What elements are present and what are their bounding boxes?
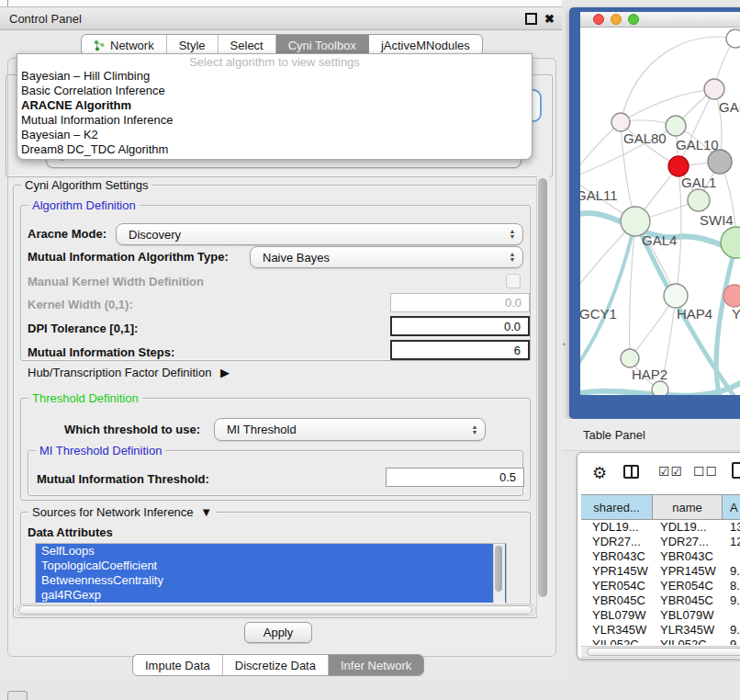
gear-icon[interactable]: ⚙ [592, 463, 607, 483]
attribute-item[interactable]: BetweennessCentrality [36, 573, 506, 588]
attribute-item[interactable]: SelfLoops [36, 544, 506, 559]
table-cell[interactable]: YDL19... [660, 520, 707, 534]
tab-infer-network[interactable]: Infer Network [329, 655, 423, 675]
mi-threshold-field[interactable]: 0.5 [386, 468, 524, 487]
table-cell[interactable]: YBR043C [660, 549, 713, 563]
algorithm-option-highlighted[interactable]: ARACNE Algorithm [17, 98, 532, 113]
dpi-tolerance-field[interactable]: 0.0 [390, 316, 530, 336]
table-cell[interactable]: YPR145W [660, 564, 716, 578]
which-threshold-value: MI Threshold [215, 423, 465, 436]
column-header-shared-name[interactable]: shared... [581, 495, 653, 519]
table-cell[interactable]: YDR27... [592, 535, 641, 548]
deselect-columns-icon[interactable]: ☐☐ [693, 464, 718, 479]
tab-style[interactable]: Style [167, 35, 219, 55]
bottom-left-button[interactable] [7, 691, 28, 700]
which-threshold-combo[interactable]: MI Threshold ▲▼ [214, 418, 486, 441]
table-cell[interactable]: YBR043C [592, 549, 645, 563]
table-cell[interactable]: YDL19... [592, 520, 639, 534]
algorithm-option[interactable]: Dream8 DC_TDC Algorithm [17, 142, 532, 157]
table-hscrollbar-thumb[interactable] [587, 648, 740, 656]
node-big-green [721, 227, 740, 258]
dpi-tolerance-label: DPI Tolerance [0,1]: [28, 322, 138, 335]
table-cell[interactable]: YIL052C [592, 638, 639, 645]
aracne-mode-combo[interactable]: Discovery ▲▼ [116, 223, 523, 245]
split-columns-icon[interactable] [623, 465, 639, 479]
algorithm-option[interactable]: Bayesian – K2 [17, 128, 532, 142]
table-cell[interactable]: YER054C [660, 579, 713, 593]
attribute-item[interactable]: gal4RGexp [36, 588, 506, 603]
table-cell[interactable]: 9. [730, 623, 740, 637]
attribute-item[interactable]: TopologicalCoefficient [36, 559, 506, 573]
tab-select[interactable]: Select [219, 35, 276, 55]
zoom-traffic-light[interactable] [628, 14, 639, 25]
table-toolbar: ⚙ ☑☑ ☐☐ [577, 453, 740, 493]
cyni-algorithm-settings-title: Cyni Algorithm Settings [21, 178, 151, 192]
hub-definition-toggle[interactable]: Hub/Transcription Factor Definition ▶ [28, 366, 230, 379]
algorithm-option[interactable]: Basic Correlation Inference [17, 84, 532, 98]
tab-jactivemnodules[interactable]: jActiveMNodules [369, 35, 482, 55]
node-label: GAL10 [676, 137, 719, 152]
table-cell[interactable]: YBR045C [592, 593, 645, 607]
table-cell[interactable]: 9 [730, 638, 736, 645]
node-label: GCY1 [580, 306, 617, 322]
manual-kernel-checkbox[interactable] [506, 274, 521, 288]
node-red [668, 156, 689, 176]
node [726, 29, 740, 48]
tab-discretize-data[interactable]: Discretize Data [223, 655, 329, 675]
node-label: GAL80 [623, 130, 667, 146]
tab-network[interactable]: Network [82, 35, 167, 55]
kernel-width-label: Kernel Width (0,1): [28, 298, 133, 311]
mi-steps-field[interactable]: 6 [390, 340, 530, 360]
table-panel-header: Table Panel [562, 419, 740, 451]
settings-hscrollbar-thumb[interactable] [18, 605, 533, 615]
table-cell[interactable]: YER054C [592, 579, 645, 593]
table-cell[interactable]: 9. [730, 593, 740, 607]
mi-threshold-label: Mutual Information Threshold: [37, 472, 209, 486]
column-header-partial[interactable]: A [723, 495, 740, 519]
table-cell[interactable]: YPR145W [592, 564, 648, 578]
sources-group-title: Sources for Network Inference ▼ [28, 505, 216, 519]
table-header-row: shared... name A [581, 494, 740, 520]
collapse-down-icon[interactable]: ▼ [200, 505, 212, 519]
aracne-mode-label: Aracne Mode: [28, 227, 107, 241]
node-hap4 [664, 284, 688, 308]
which-threshold-label: Which threshold to use: [64, 423, 200, 436]
table-cell[interactable]: 9. [730, 564, 740, 578]
table-cell[interactable]: 8. [730, 579, 740, 593]
tab-impute-data[interactable]: Impute Data [133, 655, 223, 675]
node-label: SWI4 [700, 212, 734, 228]
select-all-columns-icon[interactable]: ☑☑ [658, 464, 683, 479]
table-cell[interactable]: 13 [730, 520, 740, 534]
node-hap2 [621, 349, 639, 367]
stepper-icon: ▲▼ [502, 229, 522, 240]
table-cell[interactable]: YLR345W [592, 623, 646, 637]
tab-cyni-toolbox[interactable]: Cyni Toolbox [276, 35, 369, 55]
table-cell[interactable]: YBL079W [660, 608, 714, 622]
document-icon[interactable] [732, 462, 740, 479]
close-icon[interactable]: ✖ [544, 13, 555, 25]
algorithm-option[interactable]: Bayesian – Hill Climbing [17, 69, 532, 84]
table-cell[interactable]: YIL052C [660, 638, 707, 645]
network-tab-icon [94, 40, 106, 51]
table-cell[interactable]: YLR345W [660, 623, 714, 637]
manual-kernel-label: Manual Kernel Width Definition [28, 275, 204, 288]
close-traffic-light[interactable] [593, 14, 604, 25]
float-window-icon[interactable] [525, 13, 537, 25]
node-label: HAP2 [632, 367, 667, 382]
table-cell[interactable]: 12 [730, 535, 740, 548]
node [704, 79, 724, 99]
network-canvas[interactable]: GAL GAL80 GAL10 GAL1 GAL11 SWI4 GAL4 GCY… [580, 28, 740, 395]
table-cell[interactable]: YBR045C [660, 593, 713, 607]
threshold-definition-title: Threshold Definition [28, 391, 142, 405]
panel-splitter-handle[interactable]: ‣ [562, 338, 569, 351]
table-cell[interactable]: YDR27... [660, 535, 709, 548]
table-cell[interactable]: YBL079W [592, 608, 646, 622]
apply-button[interactable]: Apply [244, 622, 312, 643]
algorithm-option[interactable]: Mutual Information Inference [17, 113, 532, 128]
attributes-vscrollbar-thumb[interactable] [495, 546, 502, 592]
column-header-name[interactable]: name [653, 495, 723, 519]
minimize-traffic-light[interactable] [611, 14, 622, 25]
tab-network-label: Network [110, 39, 154, 52]
mi-algorithm-type-combo[interactable]: Naive Bayes ▲▼ [250, 246, 523, 268]
settings-vscrollbar-thumb[interactable] [538, 178, 547, 597]
